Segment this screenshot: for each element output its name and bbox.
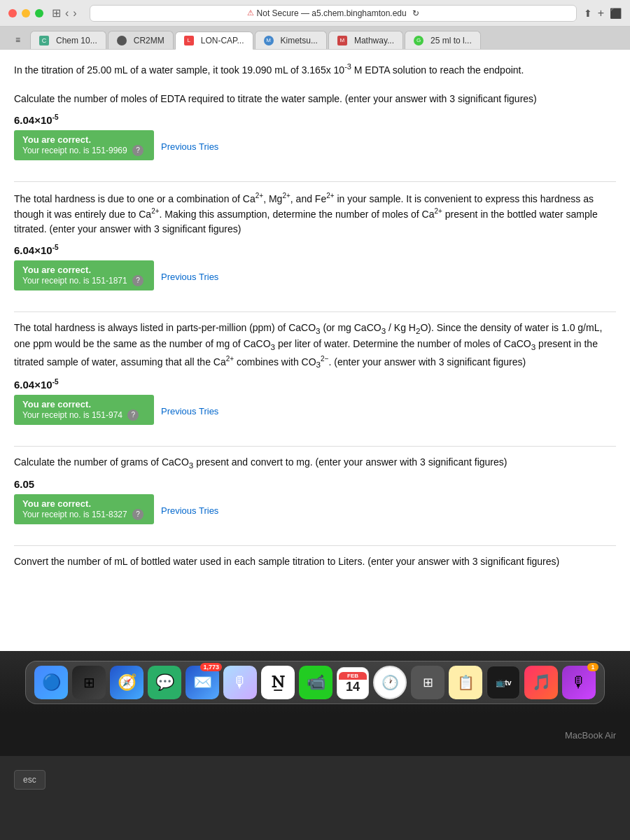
q4-help-icon[interactable]: ? [132, 509, 144, 520]
macbook-label: MacBook Air [565, 730, 616, 741]
dock-item-siri[interactable]: 🎙 [223, 666, 257, 699]
q2-answer: 6.04×10-5 [14, 244, 616, 256]
page-content: In the titration of 25.00 mL of a water … [0, 49, 630, 651]
siri-icon: 🎙 [232, 673, 248, 692]
fullscreen-icon[interactable]: ⬛ [610, 8, 622, 19]
mail-icon: ✉️ [193, 673, 212, 692]
close-button[interactable] [8, 9, 17, 18]
podcasts-badge: 1 [587, 663, 598, 671]
browser-tabs: ≡ C Chem 10... CR2MM L LON-CAP... M Kime… [0, 27, 630, 49]
tab-loncap[interactable]: L LON-CAP... [175, 31, 253, 50]
dock-item-safari[interactable]: 🧭 [110, 666, 144, 699]
q2-answer-row: You are correct. Your receipt no. is 151… [14, 260, 616, 293]
share-icon[interactable]: ⬆ [584, 8, 592, 19]
back-icon[interactable]: ‹ [65, 7, 69, 20]
lock-icon: ⚠ [247, 8, 254, 18]
dock-item-mail[interactable]: ✉️ 1,773 [186, 666, 219, 699]
q2-receipt: Your receipt no. is 151-1871 ? [22, 275, 146, 286]
q2-prev-tries-link[interactable]: Previous Tries [161, 272, 218, 282]
q1-status: You are correct. [22, 134, 146, 145]
dock: 🔵 ⊞ 🧭 💬 ✉️ 1,773 🎙 N̲ 📹 FEB 14 [25, 661, 605, 704]
cr2mm-tab-icon [117, 36, 127, 46]
separator-3 [14, 446, 616, 447]
launchpad-icon: ⊞ [83, 674, 95, 691]
clock-icon: 🕐 [382, 674, 399, 691]
tab-cr2mm[interactable]: CR2MM [108, 31, 174, 49]
q4-answer-row: You are correct. Your receipt no. is 151… [14, 494, 616, 527]
q3-receipt: Your receipt no. is 151-974 ? [22, 410, 146, 421]
tab-kimetsu[interactable]: M Kimetsu... [255, 31, 327, 49]
finder-icon: 🔵 [42, 673, 61, 692]
dock-item-podcasts[interactable]: 🎙 1 [562, 666, 596, 699]
q4-status: You are correct. [22, 498, 146, 509]
q3-correct-box: You are correct. Your receipt no. is 151… [14, 395, 154, 425]
url-text: Not Secure — a5.chem.binghamton.edu [257, 8, 407, 18]
q4-answer: 6.05 [14, 478, 616, 490]
intro-text: In the titration of 25.00 mL of a water … [14, 61, 616, 78]
mathway-tab-icon: M [337, 36, 347, 46]
minimize-button[interactable] [22, 9, 30, 18]
dock-item-appletv[interactable]: 📺tv [486, 666, 520, 699]
sidebar-toggle-icon: ≡ [15, 35, 20, 45]
q1-correct-box: You are correct. Your receipt no. is 151… [14, 130, 154, 160]
q2-correct-box: You are correct. Your receipt no. is 151… [14, 260, 154, 290]
q3-answer-row: You are correct. Your receipt no. is 151… [14, 395, 616, 428]
dock-item-launchpad[interactable]: ⊞ [72, 666, 106, 699]
appletv-icon: 📺tv [496, 678, 511, 687]
dock-item-facetime[interactable]: 📹 [299, 666, 332, 699]
dock-item-clock[interactable]: 🕐 [373, 666, 407, 699]
tab-cr2mm-label: CR2MM [134, 36, 164, 46]
new-tab-icon[interactable]: + [598, 7, 604, 20]
browser-titlebar: ⊞ ‹ › ⚠ Not Secure — a5.chem.binghamton.… [0, 0, 630, 27]
q4-receipt: Your receipt no. is 151-8327 ? [22, 509, 146, 520]
tab-loncap-label: LON-CAP... [201, 36, 244, 46]
esc-key[interactable]: esc [14, 770, 46, 790]
q4-prev-tries-link[interactable]: Previous Tries [161, 505, 218, 516]
notes-icon: 📋 [457, 674, 475, 691]
dock-item-calendar[interactable]: FEB 14 [337, 667, 369, 699]
forward-icon[interactable]: › [73, 7, 76, 20]
q3-help-icon[interactable]: ? [127, 410, 139, 421]
grid-icon: ⊞ [423, 675, 433, 690]
sidebar-icon[interactable]: ⊞ [52, 6, 61, 20]
mail-badge: 1,773 [200, 663, 222, 671]
browser-actions: ⬆ + ⬛ [584, 7, 622, 20]
address-bar[interactable]: ⚠ Not Secure — a5.chem.binghamton.edu ↻ [90, 5, 577, 22]
separator-4 [14, 545, 616, 546]
q3-text: The total hardness is always listed in p… [14, 321, 616, 371]
safari-icon: 🧭 [118, 673, 136, 692]
reload-icon[interactable]: ↻ [412, 8, 419, 18]
tab-chem-label: Chem 10... [56, 36, 97, 46]
q3-status: You are correct. [22, 399, 146, 410]
tab-sidebar[interactable]: ≡ [7, 31, 29, 49]
dock-item-notes[interactable]: 📋 [449, 666, 482, 699]
dock-item-grid[interactable]: ⊞ [411, 666, 444, 699]
q2-help-icon[interactable]: ? [132, 275, 144, 286]
q3-prev-tries-link[interactable]: Previous Tries [161, 406, 218, 416]
dock-item-news[interactable]: N̲ [261, 666, 295, 699]
q1-receipt: Your receipt no. is 151-9969 ? [22, 145, 146, 156]
separator-1 [14, 181, 616, 182]
kimetsu-tab-icon: M [264, 36, 274, 46]
q1-text: Calculate the number of moles of EDTA re… [14, 92, 616, 106]
facetime-icon: 📹 [307, 673, 326, 692]
dock-item-finder[interactable]: 🔵 [34, 666, 68, 699]
dock-item-wechat[interactable]: 💬 [148, 666, 181, 699]
q1-help-icon[interactable]: ? [132, 145, 144, 156]
tab-mathway[interactable]: M Mathway... [328, 31, 403, 49]
25ml-tab-icon: G [414, 36, 424, 46]
question-block-3: The total hardness is always listed in p… [14, 321, 616, 436]
tab-chem[interactable]: C Chem 10... [30, 31, 106, 49]
tab-kimetsu-label: Kimetsu... [281, 36, 318, 46]
chem-tab-icon: C [39, 36, 49, 46]
dock-area: 🔵 ⊞ 🧭 💬 ✉️ 1,773 🎙 N̲ 📹 FEB 14 [0, 651, 630, 714]
q4-text: Calculate the number of grams of CaCO3 p… [14, 455, 616, 471]
traffic-lights [8, 9, 43, 18]
dock-item-music[interactable]: 🎵 [524, 666, 558, 699]
q1-prev-tries-link[interactable]: Previous Tries [161, 141, 218, 152]
q1-answer: 6.04×10-5 [14, 113, 616, 126]
maximize-button[interactable] [35, 9, 43, 18]
music-icon: 🎵 [532, 673, 551, 692]
tab-25ml[interactable]: G 25 ml to l... [405, 31, 481, 49]
q4-correct-box: You are correct. Your receipt no. is 151… [14, 494, 154, 524]
